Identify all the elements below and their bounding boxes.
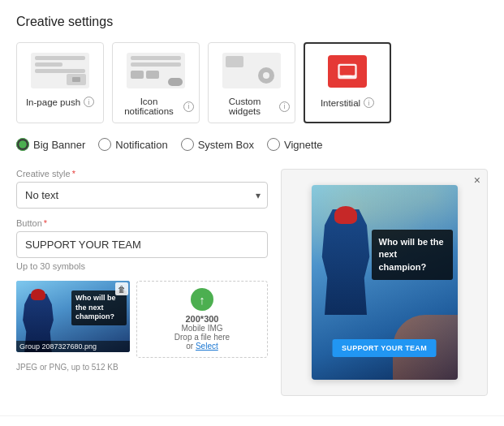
- ad-overlay-text: Who will be the next champion?: [372, 230, 453, 280]
- inpage-push-icon: [22, 51, 98, 90]
- button-input[interactable]: [16, 231, 268, 258]
- upload-or-text: or: [186, 342, 193, 351]
- upload-drop-text: Drop a file here: [174, 333, 230, 342]
- radio-big-banner-label: Big Banner: [33, 139, 85, 151]
- radio-system-box[interactable]: System Box: [181, 138, 254, 151]
- creative-style-select[interactable]: No text With text Custom: [17, 183, 267, 208]
- upload-zone[interactable]: 200*300 Mobile IMG Drop a file here or S…: [136, 281, 268, 358]
- radio-vignette[interactable]: Vignette: [267, 138, 322, 151]
- creative-style-label: Creative style *: [16, 169, 268, 179]
- left-column: Creative style * No text With text Custo…: [16, 169, 268, 396]
- inpage-push-label: In-page push: [26, 97, 80, 107]
- preview-panel: × Who will be the next champion?: [281, 169, 488, 396]
- upload-select-link[interactable]: Select: [196, 342, 218, 351]
- creative-style-field: Creative style * No text With text Custo…: [16, 169, 268, 209]
- creative-card-inpage-push[interactable]: In-page push i: [16, 42, 104, 123]
- creative-card-interstitial[interactable]: Interstitial i: [304, 42, 391, 123]
- upload-dims: 200*300: [186, 314, 219, 324]
- footer: CLOSE SAVE: [0, 415, 504, 426]
- interstitial-card-icon: [310, 52, 385, 91]
- radio-group: Big Banner Notification System Box Vigne…: [16, 138, 488, 157]
- image-filename: Group 2087327680.png: [16, 341, 130, 352]
- custom-widgets-info-icon[interactable]: i: [279, 101, 290, 112]
- radio-system-box-label: System Box: [198, 139, 254, 151]
- interstitial-icon: [336, 60, 359, 83]
- icon-notifications-icon: [118, 51, 194, 90]
- button-field: Button * Up to 30 symbols: [16, 218, 268, 271]
- image-upload-row: Who will be the next champion? Group 208…: [16, 281, 268, 358]
- image-delete-button[interactable]: 🗑: [115, 282, 128, 295]
- radio-big-banner[interactable]: Big Banner: [16, 138, 85, 151]
- inpage-push-info-icon[interactable]: i: [84, 97, 94, 107]
- radio-notification-label: Notification: [115, 139, 167, 151]
- interstitial-label: Interstitial: [321, 98, 360, 108]
- svg-rect-1: [340, 66, 355, 75]
- upload-type: Mobile IMG: [181, 324, 222, 333]
- button-label: Button *: [16, 218, 268, 228]
- button-hint: Up to 30 symbols: [16, 261, 268, 271]
- upload-icon: [191, 288, 213, 311]
- icon-notifications-label: Icon notifications: [118, 97, 180, 116]
- upload-hint: JPEG or PNG, up to 512 KB: [16, 363, 268, 372]
- creative-card-icon-notifications[interactable]: Icon notifications i: [112, 42, 200, 123]
- interstitial-info-icon[interactable]: i: [364, 97, 374, 108]
- right-column: × Who will be the next champion?: [281, 169, 488, 396]
- svg-rect-2: [342, 75, 352, 77]
- page-title: Creative settings: [16, 15, 488, 29]
- ad-player: [320, 209, 373, 315]
- creative-type-selector: In-page push i Icon notifications: [16, 42, 488, 123]
- image-preview: Who will be the next champion? Group 208…: [16, 281, 130, 352]
- radio-vignette-label: Vignette: [284, 139, 322, 151]
- icon-notifications-info-icon[interactable]: i: [183, 101, 194, 112]
- radio-notification[interactable]: Notification: [98, 138, 167, 151]
- creative-style-select-wrapper[interactable]: No text With text Custom ▾: [16, 182, 268, 209]
- ad-preview: Who will be the next champion? SUPPORT Y…: [312, 185, 458, 380]
- image-overlay-text: Who will be the next champion?: [71, 290, 127, 325]
- custom-widgets-icon: [213, 51, 290, 90]
- preview-close-icon[interactable]: ×: [474, 174, 480, 186]
- main-layout: Creative style * No text With text Custo…: [16, 169, 488, 396]
- creative-card-custom-widgets[interactable]: Custom widgets i: [208, 42, 295, 123]
- ad-cta-button: SUPPORT YOUR TEAM: [332, 339, 437, 357]
- custom-widgets-label: Custom widgets: [213, 97, 276, 116]
